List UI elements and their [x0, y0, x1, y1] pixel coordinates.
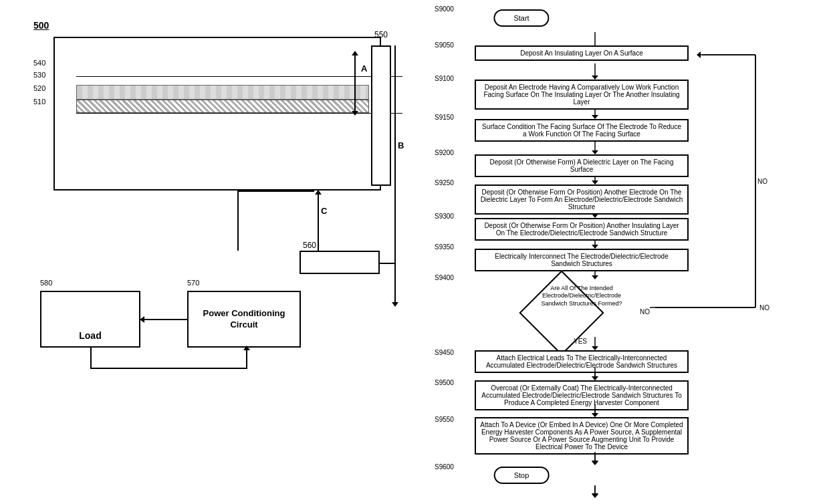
label-500: 500 — [33, 20, 49, 31]
left-panel: 500 540 530 520 510 550 A B — [0, 0, 414, 504]
fc-s9550: Attach To A Device (Or Embed In A Device… — [475, 417, 689, 455]
layer-540 — [76, 65, 402, 77]
arrow-b — [394, 45, 396, 303]
box-580: Load — [40, 291, 140, 348]
arrow-c — [318, 194, 319, 251]
connector-550 — [371, 45, 391, 186]
fc-yes: YES — [574, 338, 587, 345]
fc-label-s9150: S9150 — [435, 114, 454, 121]
label-a: A — [361, 64, 367, 74]
vline-device-560 — [237, 191, 239, 251]
label-560: 560 — [303, 241, 316, 250]
label-layer-520: 520 — [33, 84, 45, 92]
label-layer-540: 540 — [33, 59, 45, 67]
fc-label-s9600: S9600 — [435, 463, 454, 471]
label-b: B — [398, 140, 404, 150]
device-rect — [53, 37, 381, 191]
hline-560-b — [380, 263, 394, 264]
fc-s9300: Deposit (Or Otherwise Form Or Position) … — [475, 218, 689, 241]
fc-no: NO — [640, 308, 650, 316]
fc-label-s9350: S9350 — [435, 243, 454, 251]
vline-feedback-down — [90, 348, 92, 368]
fc-label-s9400: S9400 — [435, 274, 454, 281]
diagram-area: 500 540 530 520 510 550 A B — [33, 20, 394, 301]
label-c: C — [321, 206, 327, 216]
arrow-570-to-580 — [140, 319, 187, 320]
label-layer-510: 510 — [33, 98, 45, 106]
svg-marker-28 — [592, 461, 598, 465]
fc-s9600: Stop — [494, 467, 550, 484]
fc-label-s9250: S9250 — [435, 179, 454, 186]
svg-text:NO: NO — [759, 304, 769, 311]
box-570: Power Conditioning Circuit — [187, 291, 301, 348]
box-580-text: Load — [79, 330, 101, 341]
vline-feedback-up — [246, 348, 247, 368]
fc-s9000: Start — [493, 9, 549, 27]
bottom-boxes: 580 Load 570 Power Conditioning Circuit — [40, 291, 414, 358]
fc-s9150: Surface Condition The Facing Surface Of … — [475, 119, 689, 142]
fc-s9100: Deposit An Electrode Having A Comparativ… — [475, 80, 689, 110]
fc-label-s9050: S9050 — [435, 41, 454, 49]
fc-label-s9100: S9100 — [435, 75, 454, 82]
label-580: 580 — [40, 279, 52, 287]
label-layer-530: 530 — [33, 71, 45, 79]
fc-s9050: Deposit An Insulating Layer On A Surface — [475, 45, 689, 61]
fc-s9400-wrapper: Are All Of The Intended Electrode/Dielec… — [528, 279, 635, 340]
fc-s9250: Deposit (Or Otherwise Form Or Position) … — [475, 184, 689, 215]
fc-s9500: Overcoat (Or Externally Coat) The Electr… — [475, 380, 689, 410]
label-550: 550 — [374, 30, 388, 39]
layer-520 — [76, 100, 369, 113]
arrow-feedback-up — [243, 346, 250, 350]
fc-s9450: Attach Electrical Leads To The Electrica… — [475, 350, 689, 373]
svg-marker-30 — [592, 494, 598, 498]
hline-feedback — [90, 368, 247, 369]
hline-device-560 — [237, 191, 314, 192]
svg-marker-19 — [697, 51, 701, 58]
fc-label-s9000: S9000 — [435, 5, 454, 13]
arrow-a — [354, 55, 356, 112]
label-570: 570 — [187, 279, 199, 287]
fc-label-s9300: S9300 — [435, 213, 454, 220]
box-570-text: Power Conditioning Circuit — [189, 308, 300, 331]
fc-label-s9500: S9500 — [435, 379, 454, 386]
fc-label-s9550: S9550 — [435, 416, 454, 423]
fc-label-s9450: S9450 — [435, 349, 454, 356]
fc-s9200: Deposit (Or Otherwise Form) A Dielectric… — [475, 154, 689, 177]
fc-s9350: Electrically Interconnect The Electrode/… — [475, 249, 689, 271]
layer-530 — [76, 85, 369, 100]
fc-label-s9200: S9200 — [435, 149, 454, 156]
right-panel-overlay: NO S9000 Start S9050 Deposit An Insulati… — [414, 0, 829, 504]
connector-560 — [300, 251, 380, 274]
